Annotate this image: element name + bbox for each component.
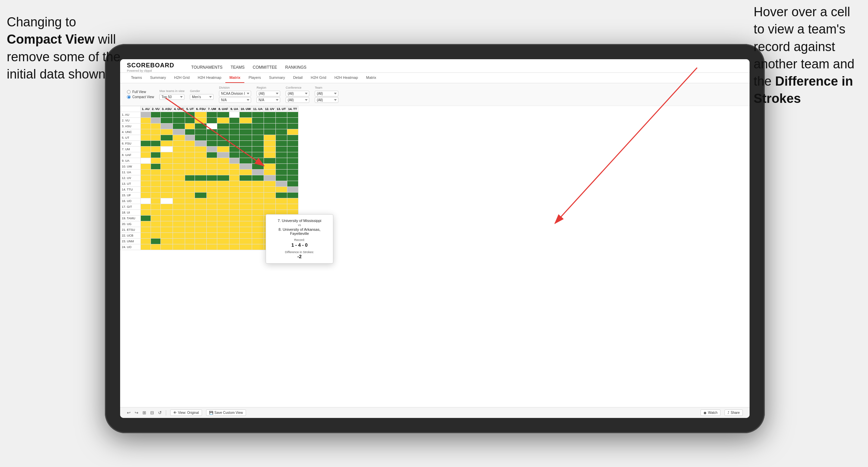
matrix-cell[interactable] [207, 158, 217, 164]
matrix-cell[interactable] [141, 129, 151, 135]
matrix-cell[interactable] [195, 239, 207, 244]
matrix-cell[interactable] [239, 210, 252, 216]
matrix-cell[interactable] [161, 204, 173, 210]
watch-button[interactable]: ◉ Watch [700, 409, 720, 416]
matrix-cell[interactable] [173, 233, 185, 239]
matrix-cell[interactable] [275, 124, 287, 129]
matrix-cell[interactable] [217, 239, 229, 244]
matrix-cell[interactable] [239, 233, 252, 239]
matrix-cell[interactable] [207, 175, 217, 181]
filter-team-select2[interactable]: (All) [315, 97, 338, 103]
matrix-cell[interactable] [217, 135, 229, 141]
matrix-cell[interactable] [229, 129, 239, 135]
matrix-cell[interactable] [217, 152, 229, 158]
matrix-cell[interactable] [161, 239, 173, 244]
matrix-cell[interactable] [207, 187, 217, 193]
matrix-cell[interactable] [207, 221, 217, 227]
matrix-cell[interactable] [239, 198, 252, 204]
matrix-cell[interactable] [229, 239, 239, 244]
matrix-cell[interactable] [239, 193, 252, 198]
matrix-cell[interactable] [151, 181, 161, 187]
matrix-cell[interactable] [239, 164, 252, 170]
matrix-cell[interactable] [275, 181, 287, 187]
matrix-cell[interactable] [173, 216, 185, 221]
matrix-cell[interactable] [195, 158, 207, 164]
matrix-cell[interactable] [185, 187, 195, 193]
matrix-cell[interactable] [252, 164, 264, 170]
matrix-cell[interactable] [207, 147, 217, 152]
matrix-cell[interactable] [239, 118, 252, 124]
matrix-cell[interactable] [287, 198, 298, 204]
matrix-cell[interactable] [275, 198, 287, 204]
matrix-cell[interactable] [229, 141, 239, 147]
matrix-cell[interactable] [141, 124, 151, 129]
matrix-cell[interactable] [185, 129, 195, 135]
matrix-cell[interactable] [151, 164, 161, 170]
matrix-cell[interactable] [275, 118, 287, 124]
redo-icon[interactable]: ↪ [135, 410, 138, 415]
matrix-cell[interactable] [173, 227, 185, 233]
matrix-cell[interactable] [264, 193, 276, 198]
matrix-cell[interactable] [229, 112, 239, 118]
matrix-cell[interactable] [161, 227, 173, 233]
matrix-cell[interactable] [173, 187, 185, 193]
matrix-cell[interactable] [229, 221, 239, 227]
matrix-cell[interactable] [217, 221, 229, 227]
matrix-cell[interactable] [229, 135, 239, 141]
matrix-cell[interactable] [151, 175, 161, 181]
matrix-cell[interactable] [252, 170, 264, 175]
matrix-cell[interactable] [151, 124, 161, 129]
matrix-cell[interactable] [151, 244, 161, 250]
matrix-cell[interactable] [195, 129, 207, 135]
radio-compact-view[interactable]: Compact View [127, 95, 154, 99]
matrix-cell[interactable] [252, 181, 264, 187]
matrix-cell[interactable] [173, 112, 185, 118]
matrix-cell[interactable] [173, 198, 185, 204]
tab-h2h-heatmap2[interactable]: H2H Heatmap [330, 73, 362, 83]
tab-h2h-heatmap1[interactable]: H2H Heatmap [194, 73, 225, 83]
matrix-cell[interactable] [275, 152, 287, 158]
save-custom-button[interactable]: 💾 Save Custom View [206, 409, 246, 416]
matrix-cell[interactable] [217, 181, 229, 187]
matrix-cell[interactable] [217, 187, 229, 193]
matrix-cell[interactable] [229, 193, 239, 198]
matrix-cell[interactable] [141, 193, 151, 198]
matrix-cell[interactable] [141, 112, 151, 118]
matrix-cell[interactable] [275, 112, 287, 118]
matrix-cell[interactable] [229, 124, 239, 129]
matrix-cell[interactable] [161, 221, 173, 227]
matrix-cell[interactable] [217, 141, 229, 147]
matrix-cell[interactable] [161, 175, 173, 181]
matrix-cell[interactable] [252, 112, 264, 118]
matrix-cell[interactable] [287, 175, 298, 181]
matrix-cell[interactable] [151, 198, 161, 204]
matrix-cell[interactable] [173, 124, 185, 129]
grid-icon[interactable]: ⊞ [142, 410, 146, 415]
matrix-cell[interactable] [173, 147, 185, 152]
matrix-cell[interactable] [161, 244, 173, 250]
matrix-cell[interactable] [151, 210, 161, 216]
matrix-cell[interactable] [173, 158, 185, 164]
matrix-cell[interactable] [151, 204, 161, 210]
undo-icon[interactable]: ↩ [127, 410, 131, 415]
matrix-cell[interactable] [161, 164, 173, 170]
matrix-cell[interactable] [195, 187, 207, 193]
matrix-cell[interactable] [207, 112, 217, 118]
matrix-cell[interactable] [275, 141, 287, 147]
matrix-cell[interactable] [185, 170, 195, 175]
matrix-cell[interactable] [173, 193, 185, 198]
matrix-cell[interactable] [264, 152, 276, 158]
matrix-cell[interactable] [141, 210, 151, 216]
matrix-cell[interactable] [217, 233, 229, 239]
tab-players[interactable]: Players [244, 73, 265, 83]
matrix-cell[interactable] [161, 112, 173, 118]
matrix-area[interactable]: 1. AU2. VU3. ASU4. UNC5. UT6. FSU7. UM8.… [120, 106, 750, 407]
filter-division-select2[interactable]: N/A [219, 97, 251, 103]
matrix-cell[interactable] [161, 129, 173, 135]
matrix-cell[interactable] [275, 193, 287, 198]
matrix-cell[interactable] [161, 187, 173, 193]
tab-matrix[interactable]: Matrix [225, 73, 244, 83]
matrix-cell[interactable] [252, 239, 264, 244]
matrix-cell[interactable] [275, 164, 287, 170]
matrix-cell[interactable] [185, 239, 195, 244]
